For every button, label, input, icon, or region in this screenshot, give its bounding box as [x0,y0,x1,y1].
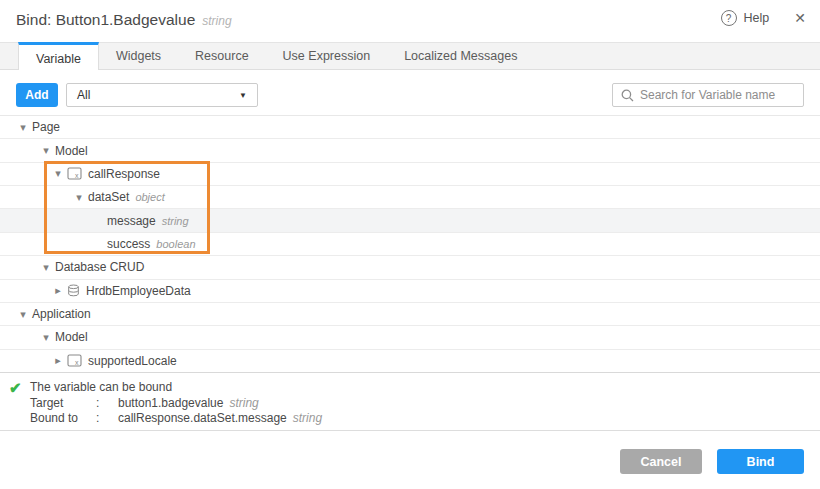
tree-node-type: string [162,215,189,227]
tab-use-expression[interactable]: Use Expression [266,43,388,69]
tree-row-application[interactable]: ▾ Application [0,303,820,326]
filter-selected-value: All [77,88,90,102]
status-target-row: Target : button1.badgevalue string [30,396,259,410]
status-separator: : [96,396,118,410]
tree-node-label: Model [55,330,88,344]
status-separator: : [96,411,118,425]
status-target-value: button1.badgevalue [118,396,223,410]
tree-row-application-model[interactable]: ▾ Model [0,326,820,349]
toolbar: Add All ▼ [0,70,820,115]
tree-node-label: success [107,237,150,251]
bind-dialog: Bind: Button1.Badgevaluestring ? Help ✕ … [0,0,820,489]
variable-icon: x [67,167,82,180]
tree-node-label: message [107,214,156,228]
tree-row-callresponse[interactable]: ▾ x callResponse [0,163,820,186]
chevron-down-icon[interactable]: ▾ [39,331,53,344]
tree-node-label: callResponse [88,167,160,181]
search-box [612,83,804,107]
dropdown-caret-icon: ▼ [239,91,247,100]
status-boundto-row: Bound to : callResponse.dataSet.message … [30,411,322,425]
tab-localized-messages[interactable]: Localized Messages [387,43,534,69]
database-icon [67,284,80,297]
svg-text:x: x [75,359,79,366]
svg-text:x: x [75,172,79,179]
tree-row-dataset[interactable]: ▾ dataSet object [0,186,820,209]
chevron-right-icon[interactable]: ▸ [51,284,65,297]
tree-node-label: Model [55,144,88,158]
close-icon[interactable]: ✕ [794,10,806,26]
dialog-header: Bind: Button1.Badgevaluestring ? Help ✕ [0,0,820,42]
tab-resource[interactable]: Resource [178,43,266,69]
tree-node-label: HrdbEmployeeData [86,284,191,298]
bind-button[interactable]: Bind [717,449,804,474]
check-icon: ✔ [9,379,22,397]
variable-tree: ▾ Page ▾ Model ▾ x callResponse ▾ dataSe… [0,115,820,372]
tab-variable[interactable]: Variable [18,42,99,72]
chevron-down-icon[interactable]: ▾ [51,167,65,180]
chevron-down-icon[interactable]: ▾ [16,308,30,321]
status-boundto-value: callResponse.dataSet.message [118,411,287,425]
status-boundto-label: Bound to [30,411,96,425]
chevron-down-icon[interactable]: ▾ [39,261,53,274]
chevron-down-icon[interactable]: ▾ [72,191,86,204]
dialog-title-type: string [202,14,231,28]
variable-icon: x [67,354,82,367]
status-message: The variable can be bound [30,380,172,394]
binding-status-panel: ✔ The variable can be bound Target : but… [0,372,820,430]
tab-bar: Variable Widgets Resource Use Expression… [0,42,820,70]
cancel-button[interactable]: Cancel [620,449,702,474]
status-target-type: string [229,396,258,410]
page-title: Bind: Button1.Badgevaluestring [16,11,232,29]
help-icon[interactable]: ? [721,10,737,26]
tree-row-page-model[interactable]: ▾ Model [0,139,820,162]
tree-row-page[interactable]: ▾ Page [0,116,820,139]
add-button[interactable]: Add [16,83,58,107]
help-link[interactable]: Help [744,11,770,25]
chevron-down-icon[interactable]: ▾ [16,121,30,134]
search-input[interactable] [640,88,795,102]
tree-node-type: object [135,191,164,203]
search-icon [621,89,634,102]
tree-node-label: Page [32,120,60,134]
tree-row-hrdbemployeedata[interactable]: ▸ HrdbEmployeeData [0,280,820,303]
tree-row-message[interactable]: message string [0,209,820,232]
status-target-label: Target [30,396,96,410]
dialog-title-text: Bind: Button1.Badgevalue [16,11,195,28]
tree-row-supportedlocale[interactable]: ▸ x supportedLocale [0,350,820,373]
tree-row-database-crud[interactable]: ▾ Database CRUD [0,256,820,279]
tree-node-type: boolean [156,238,195,250]
tree-node-label: dataSet [88,190,129,204]
tab-widgets[interactable]: Widgets [99,43,178,69]
tree-node-label: Application [32,307,91,321]
variable-filter-dropdown[interactable]: All ▼ [66,83,258,107]
chevron-right-icon[interactable]: ▸ [51,354,65,367]
tree-node-label: supportedLocale [88,354,177,368]
tree-node-label: Database CRUD [55,260,144,274]
dialog-footer: Cancel Bind [0,430,820,489]
chevron-down-icon[interactable]: ▾ [39,144,53,157]
tree-row-success[interactable]: success boolean [0,233,820,256]
header-actions: ? Help ✕ [721,10,806,26]
status-boundto-type: string [293,411,322,425]
